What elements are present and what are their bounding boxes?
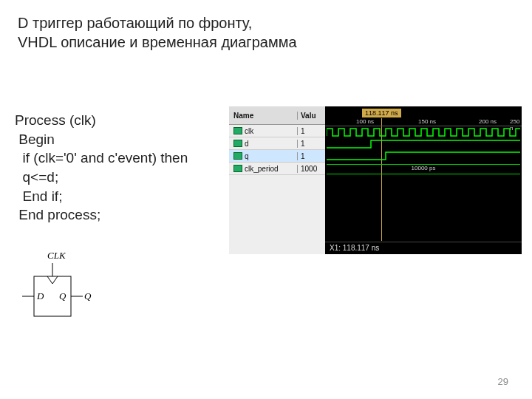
title-line-1: D триггер работающий по фронту, [18,13,297,33]
title-line-2: VHDL описание и временная диаграмма [18,33,297,52]
wave-q [327,151,520,161]
signal-row[interactable]: q 1 [229,150,325,163]
signal-icon [233,165,242,172]
wave-clk [327,127,520,137]
signal-list-header: Name Valu [229,106,325,125]
signal-row[interactable]: clk_period 1000 [229,163,325,175]
q-output-label: Q [84,290,92,301]
wave-clk-period: 10000 ps [327,164,520,174]
vhdl-code: Process (clk) Begin if (clk='0' and c'ev… [15,111,188,225]
marker-label: 118.117 ns [362,109,401,117]
time-ruler: 100 ns 150 ns 200 ns 250 n [325,118,522,126]
signal-row[interactable]: d 1 [229,137,325,150]
ruler-tick: 100 ns [356,118,374,125]
slide-title: D триггер работающий по фронту, VHDL опи… [18,13,297,52]
status-bar: X1: 118.117 ns [325,242,522,254]
page-number: 29 [498,376,508,387]
signal-icon [233,152,242,160]
dff-diagram: CLK D Q Q [18,250,92,334]
clk-label: CLK [47,250,66,261]
waveform-area[interactable]: 118.117 ns 100 ns 150 ns 200 ns 250 n 10… [325,106,522,254]
wave-d [327,139,520,149]
column-value: Valu [297,112,325,120]
ruler-tick: 150 ns [418,118,436,125]
column-name: Name [229,112,297,120]
ruler-tick: 200 ns [479,118,497,125]
d-label: D [36,290,44,301]
signal-row[interactable]: clk 1 [229,125,325,137]
signal-icon [233,140,242,147]
signal-icon [233,127,242,134]
waveform-viewer: Name Valu clk 1 d 1 q 1 clk_period 1000 … [229,106,522,254]
q-internal-label: Q [59,290,66,301]
signal-list: Name Valu clk 1 d 1 q 1 clk_period 1000 [229,106,326,254]
